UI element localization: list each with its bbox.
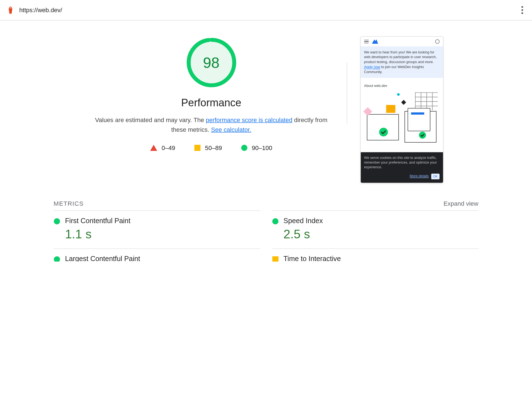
legend-pass: 90–100	[241, 144, 272, 151]
metric-name: Largest Contentful Paint	[65, 255, 260, 262]
square-amber-icon	[195, 145, 201, 151]
search-icon	[435, 39, 439, 44]
more-menu-button[interactable]	[519, 4, 526, 17]
metric-status-icon	[272, 218, 278, 224]
webdev-logo-icon	[372, 39, 378, 44]
topbar: https://web.dev/	[0, 0, 532, 20]
legend-avg-label: 50–89	[205, 144, 222, 151]
thumb-more-details-link: More details	[410, 174, 429, 179]
disclaimer-text: Values are estimated and may vary. The	[95, 116, 206, 123]
topbar-left: https://web.dev/	[6, 6, 62, 15]
svg-rect-0	[10, 7, 11, 8]
divider	[347, 63, 347, 124]
thumb-banner-link: Apply now	[364, 65, 380, 69]
metric-row[interactable]: Time to Interactive3.9 s	[272, 248, 478, 262]
metric-name: First Contentful Paint	[65, 217, 260, 225]
thumb-body: About web.dev	[360, 78, 443, 152]
metric-status-icon	[54, 256, 60, 262]
score-legend: 0–49 50–89 90–100	[89, 144, 334, 151]
final-screenshot-column: We want to hear from you! We are looking…	[360, 36, 443, 183]
see-calculator-link[interactable]: See calculator.	[211, 126, 251, 133]
thumb-ok-button: OK	[431, 174, 439, 179]
metric-value: 2.5 s	[283, 228, 478, 242]
score-disclaimer: Values are estimated and may vary. The p…	[89, 115, 334, 135]
metric-value: 1.1 s	[65, 228, 260, 242]
legend-pass-label: 90–100	[252, 144, 272, 151]
triangle-red-icon	[150, 145, 157, 151]
audited-url[interactable]: https://web.dev/	[19, 7, 62, 14]
metric-status-icon	[54, 218, 60, 224]
performance-gauge[interactable]: 98	[185, 36, 238, 89]
thumb-appbar	[360, 37, 443, 47]
metrics-title: METRICS	[54, 200, 84, 207]
thumb-about: About web.dev	[364, 84, 439, 88]
metric-name: Time to Interactive	[283, 255, 478, 262]
metric-row[interactable]: First Contentful Paint1.1 s	[54, 210, 260, 248]
legend-average: 50–89	[195, 144, 222, 151]
metrics-section: METRICS Expand view First Contentful Pai…	[49, 196, 483, 262]
header-area: 98 Performance Values are estimated and …	[0, 20, 532, 188]
metric-row[interactable]: Speed Index2.5 s	[272, 210, 478, 248]
legend-fail: 0–49	[150, 144, 175, 151]
thumb-banner: We want to hear from you! We are looking…	[360, 46, 443, 78]
score-column: 98 Performance Values are estimated and …	[89, 36, 334, 183]
metrics-grid: First Contentful Paint1.1 sSpeed Index2.…	[54, 210, 479, 262]
legend-fail-label: 0–49	[162, 144, 175, 151]
thumb-cookie-text: We serve cookies on this site to analyze…	[364, 156, 437, 169]
category-name: Performance	[89, 97, 334, 109]
metrics-header: METRICS Expand view	[54, 196, 479, 210]
circle-green-icon	[241, 145, 247, 151]
metric-name: Speed Index	[283, 217, 478, 225]
expand-view-toggle[interactable]: Expand view	[444, 200, 478, 207]
lighthouse-icon	[6, 6, 15, 15]
thumb-cookie-bar: We serve cookies on this site to analyze…	[360, 152, 443, 183]
metric-status-icon	[272, 256, 278, 262]
hamburger-icon	[364, 40, 369, 43]
thumb-banner-text: We want to hear from you! We are looking…	[364, 50, 437, 64]
thumb-illustration	[364, 92, 439, 145]
final-screenshot[interactable]: We want to hear from you! We are looking…	[360, 36, 443, 183]
gauge-score: 98	[185, 36, 238, 89]
metric-row[interactable]: Largest Contentful Paint1.7 s	[54, 248, 260, 262]
score-calc-link[interactable]: performance score is calculated	[206, 116, 292, 123]
